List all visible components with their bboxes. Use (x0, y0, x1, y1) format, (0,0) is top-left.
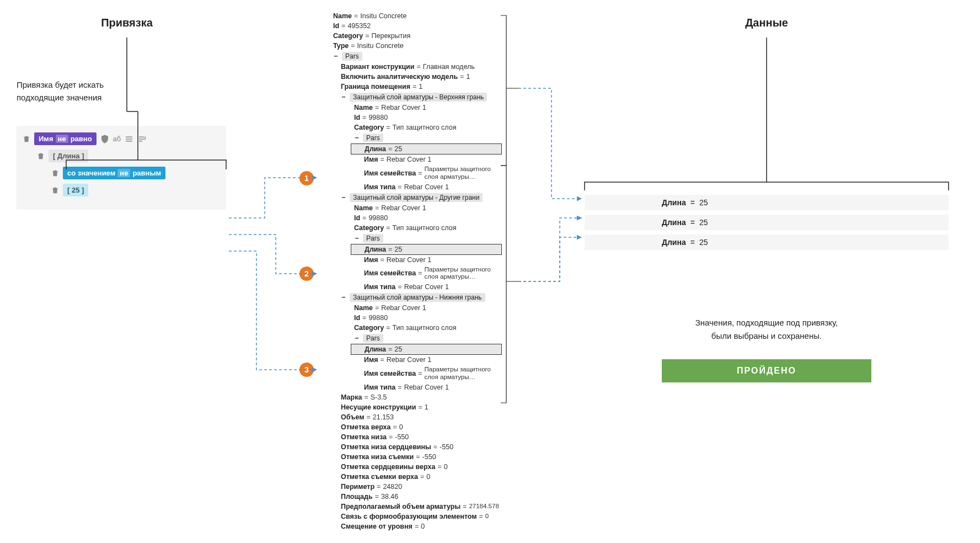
tree-row: Граница помещения = 1 (320, 82, 502, 92)
data-subtext: Значения, подходящие под привязку, были … (585, 316, 949, 343)
rule-row-param: [ Длина ] (36, 150, 221, 162)
marker-3: 3 (299, 363, 314, 377)
tree-row: Марка = S-3.5 (320, 392, 502, 402)
tree-row: Площадь = 38.46 (320, 492, 502, 502)
tree-row: Name = Insitu Concrete (320, 11, 502, 21)
tree-row: Несущие конструкции = 1 (320, 402, 502, 412)
collapse-icon[interactable]: − (354, 134, 360, 142)
tree-row: Имя семейства = Параметры защитного слоя… (320, 265, 502, 283)
tree-row: Category = Тип защитного слоя (320, 223, 502, 233)
value-not-equal-tag[interactable]: со значением не равным (63, 167, 165, 179)
tree-row: Вариант конструкции = Главная модель (320, 62, 502, 72)
trash-icon[interactable] (51, 169, 60, 178)
trash-icon[interactable] (51, 186, 60, 195)
collapse-icon[interactable] (137, 134, 147, 144)
tree-row: Отметка съемки верха = 0 (320, 472, 502, 482)
param-tag[interactable]: [ Длина ] (49, 150, 88, 162)
tree-row: Связь с формообразующим элементом = 0 (320, 512, 502, 521)
status-passed: ПРОЙДЕНО (662, 359, 871, 382)
tree-row: Имя семейства = Параметры защитного слоя… (320, 164, 502, 182)
shield-icon[interactable] (100, 134, 110, 144)
collapse-icon[interactable]: − (354, 235, 360, 242)
data-row: Длина = 25 (585, 215, 949, 230)
rule-row-value: со значением не равным (51, 167, 221, 179)
trash-icon[interactable] (22, 135, 31, 143)
tree-row: Category = Тип защитного слоя (320, 323, 502, 333)
tree-row: Id = 99880 (320, 113, 502, 123)
tree-group[interactable]: −Pars (320, 333, 502, 344)
name-not-equal-tag[interactable]: Имя не равно (34, 132, 97, 145)
data-column: Данные Длина = 25Длина = 25Длина = 25 Зн… (585, 17, 949, 382)
ab-icon[interactable]: аб (113, 135, 121, 143)
tree-group[interactable]: −Pars (320, 233, 502, 244)
tree-group[interactable]: −Защитный слой арматуры - Другие грани (320, 192, 502, 203)
constant-tag[interactable]: [ 25 ] (63, 184, 88, 196)
tree-group[interactable]: −Pars (320, 51, 502, 62)
tree-row: Имя типа = Rebar Cover 1 (320, 282, 502, 292)
tree-group[interactable]: −Pars (320, 132, 502, 143)
collapse-icon[interactable]: − (354, 334, 360, 342)
tree-row: Id = 495352 (320, 21, 502, 31)
trash-icon[interactable] (36, 152, 45, 161)
tree-row: Включить аналитическую модель = 1 (320, 72, 502, 82)
tree-row: Отметка верха = 0 (320, 422, 502, 432)
data-row: Длина = 25 (585, 195, 949, 210)
tree-group[interactable]: −Защитный слой арматуры - Нижняя грань (320, 292, 502, 303)
tree-row: Предполагаемый объем арматуры = 27184.57… (320, 502, 502, 512)
tree-row: Имя типа = Rebar Cover 1 (320, 382, 502, 392)
highlighted-row: Длина = 25 (351, 244, 502, 255)
rule-row-root: Имя не равно аб (22, 132, 221, 145)
tree-row: Name = Rebar Cover 1 (320, 103, 502, 113)
collapse-icon[interactable]: − (341, 194, 346, 201)
tree-row: Имя типа = Rebar Cover 1 (320, 182, 502, 192)
data-heading: Данные (585, 17, 949, 29)
tree-row: Type = Insitu Concrete (320, 41, 502, 51)
tree-row: Отметка низа съемки = -550 (320, 452, 502, 462)
tree-row: Имя семейства = Параметры защитного слоя… (320, 365, 502, 382)
tree-row: Category = Тип защитного слоя (320, 123, 502, 132)
tree-row: Id = 99880 (320, 213, 502, 223)
tree-row: Отметка сердцевины верха = 0 (320, 462, 502, 472)
tree-row: Отметка низа = -550 (320, 432, 502, 442)
tree-row: Смещение от уровня = 0 (320, 521, 502, 531)
collapse-icon[interactable]: − (333, 52, 339, 60)
binding-subtext: Привязка будет искать подходящие значени… (17, 79, 237, 104)
rule-card: Имя не равно аб [ Длина ] со значением н… (17, 126, 226, 210)
marker-2: 2 (299, 267, 314, 281)
binding-heading: Привязка (17, 17, 237, 29)
tree-row: Имя = Rebar Cover 1 (320, 155, 502, 164)
list-icon[interactable] (124, 134, 134, 144)
property-tree: Name = Insitu ConcreteId = 495352Categor… (320, 11, 502, 531)
binding-column: Привязка Привязка будет искать подходящи… (17, 17, 237, 210)
data-rows: Длина = 25Длина = 25Длина = 25 (585, 195, 949, 250)
tree-row: Name = Rebar Cover 1 (320, 303, 502, 313)
highlighted-row: Длина = 25 (351, 344, 502, 355)
tree-row: Name = Rebar Cover 1 (320, 203, 502, 213)
tree-group[interactable]: −Защитный слой арматуры - Верхняя грань (320, 92, 502, 103)
marker-1: 1 (299, 171, 314, 185)
tree-row: Имя = Rebar Cover 1 (320, 355, 502, 365)
rule-row-constant: [ 25 ] (51, 184, 221, 196)
tree-row: Id = 99880 (320, 313, 502, 323)
collapse-icon[interactable]: − (341, 93, 346, 101)
tree-row: Периметр = 24820 (320, 482, 502, 492)
highlighted-row: Длина = 25 (351, 143, 502, 155)
tree-row: Объем = 21.153 (320, 412, 502, 422)
tree-row: Отметка низа сердцевины = -550 (320, 442, 502, 452)
collapse-icon[interactable]: − (341, 294, 346, 301)
tree-row: Имя = Rebar Cover 1 (320, 255, 502, 265)
data-row: Длина = 25 (585, 235, 949, 250)
tree-row: Category = Перекрытия (320, 31, 502, 41)
